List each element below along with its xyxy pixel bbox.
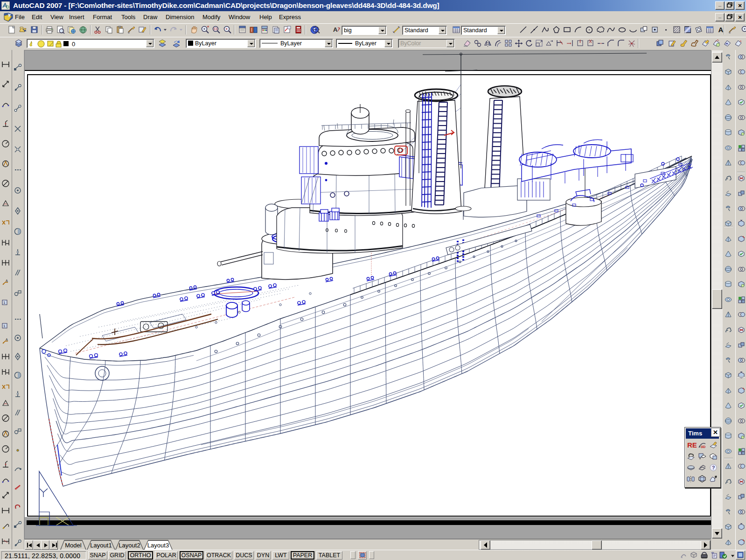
svg-text:A: A [6, 279, 8, 282]
svg-text:RE: RE [687, 441, 697, 449]
svg-text:3D: 3D [701, 445, 705, 449]
svg-text:0: 0 [72, 41, 75, 48]
svg-text:A: A [333, 26, 338, 33]
svg-text:1: 1 [3, 301, 6, 305]
svg-text:1: 1 [3, 324, 6, 328]
svg-text:?: ? [712, 465, 715, 470]
svg-text:A: A [718, 26, 724, 34]
svg-text:A: A [6, 338, 8, 341]
